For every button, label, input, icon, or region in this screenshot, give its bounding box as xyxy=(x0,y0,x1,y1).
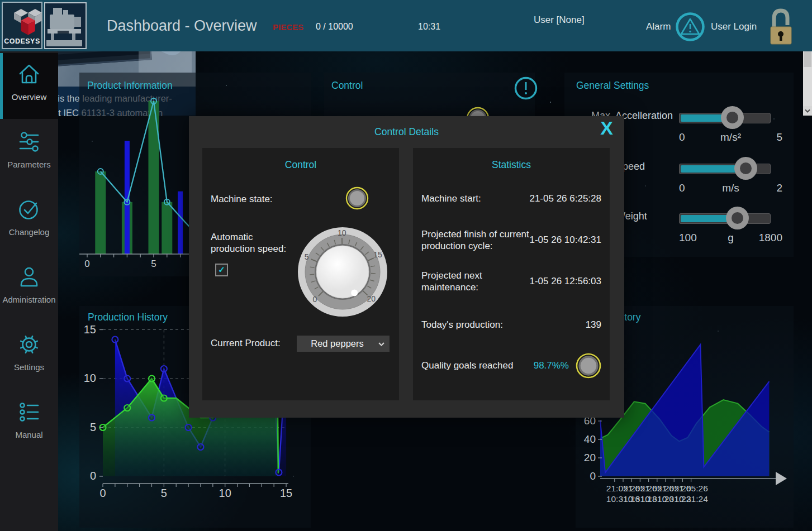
auto-speed-label-line2: production speed: xyxy=(211,243,286,255)
home-icon xyxy=(17,62,41,87)
svg-text:20: 20 xyxy=(367,294,376,303)
svg-text:5: 5 xyxy=(161,487,167,499)
sidebar-item-label: Administration xyxy=(0,295,58,304)
statistics-section: Statistics Machine start:21-05 26 6:25:2… xyxy=(413,148,610,400)
machine-icon xyxy=(45,3,86,48)
svg-text:0: 0 xyxy=(99,487,106,499)
dropdown-value: Red peppers xyxy=(297,338,378,349)
sidebar-item-administration[interactable]: Administration xyxy=(0,256,58,322)
machine-state-led xyxy=(345,186,369,211)
codesys-logo-text: CODESYS xyxy=(3,37,41,45)
sidebar-item-parameters[interactable]: Parameters xyxy=(0,121,58,186)
alarm-label: Alarm xyxy=(646,21,671,32)
svg-text:10:31:24: 10:31:24 xyxy=(674,494,708,504)
slider-thumb[interactable] xyxy=(726,207,749,229)
check-circle-icon xyxy=(17,197,41,222)
auto-speed-checkbox[interactable]: ✓ xyxy=(215,264,228,276)
section-title: Statistics xyxy=(413,159,610,171)
sidebar-item-manual[interactable]: Manual xyxy=(0,391,58,457)
scale-max: 2 xyxy=(776,182,782,194)
panel-title: General Settings xyxy=(576,80,649,92)
sidebar-item-label: Manual xyxy=(0,430,58,439)
stat-value: 139 xyxy=(540,319,601,331)
svg-text:10: 10 xyxy=(84,372,96,384)
stat-value: 1-05 26 12:56:03 xyxy=(529,276,601,287)
svg-text:5: 5 xyxy=(90,421,96,433)
dialog-title: Control Details xyxy=(189,126,624,138)
stat-label: Today's production: xyxy=(421,319,540,331)
control-details-dialog: Control Details X Control Machine state:… xyxy=(189,116,624,418)
sidebar-item-label: Parameters xyxy=(0,160,58,169)
alarm-warning-icon[interactable] xyxy=(675,12,705,42)
slider-track[interactable] xyxy=(679,213,771,224)
sidebar-nav: OverviewParametersChangelogAdministratio… xyxy=(0,51,58,531)
clock: 10:31 xyxy=(418,22,440,32)
svg-text:0: 0 xyxy=(590,470,596,482)
stat-label: Machine start: xyxy=(421,193,529,204)
section-title: Control xyxy=(202,159,399,171)
machine-thumbnail[interactable] xyxy=(44,2,87,49)
stat-label: Projected next maintenance: xyxy=(421,270,529,294)
svg-text:0: 0 xyxy=(90,470,96,482)
stat-row: Projected next maintenance:1-05 26 12:56… xyxy=(421,269,601,294)
slider-thumb[interactable] xyxy=(734,157,757,180)
svg-text:15: 15 xyxy=(373,250,382,259)
machine-state-label: Machine state: xyxy=(211,194,273,205)
speed-knob[interactable]: 05101520 xyxy=(295,224,390,319)
svg-text:5: 5 xyxy=(305,252,309,261)
chevron-down-icon xyxy=(378,342,385,347)
current-user: User [None] xyxy=(534,15,585,26)
sidebar-item-label: Settings xyxy=(0,362,58,372)
slider-thumb[interactable] xyxy=(721,106,744,129)
scale-max: 1800 xyxy=(759,232,782,244)
user-login-label[interactable]: User Login xyxy=(711,21,757,32)
stat-value: 21-05 26 6:25:28 xyxy=(529,193,601,204)
sidebar-item-label: Overview xyxy=(0,92,58,102)
padlock-icon[interactable] xyxy=(768,6,794,46)
control-section: Control Machine state: Automatic product… xyxy=(202,148,399,400)
svg-text:20: 20 xyxy=(584,452,596,463)
svg-text:15: 15 xyxy=(84,323,96,336)
header-bar: CODESYS Dashboard - Overview PIECES 0 / … xyxy=(0,0,812,51)
svg-text:5: 5 xyxy=(151,259,156,269)
quality-led xyxy=(576,353,601,379)
person-icon xyxy=(17,265,41,289)
sidebar-item-label: Changelog xyxy=(0,227,58,237)
codesys-logo: CODESYS xyxy=(2,2,42,49)
auto-speed-label-line1: Automatic xyxy=(211,232,253,243)
close-button[interactable]: X xyxy=(600,117,613,139)
pieces-label: PIECES xyxy=(273,22,303,32)
info-exclamation-icon[interactable] xyxy=(514,76,538,101)
scale-max: 5 xyxy=(776,131,782,143)
scale-unit: m/s xyxy=(679,182,782,194)
current-product-dropdown[interactable]: Red peppers xyxy=(297,336,390,352)
sliders-icon xyxy=(17,130,41,154)
stat-row: Today's production:139 xyxy=(421,318,601,332)
svg-text:10: 10 xyxy=(338,228,346,237)
stat-value: 1-05 26 10:42:31 xyxy=(529,235,601,246)
svg-text:15: 15 xyxy=(280,487,292,499)
panel-title: Control xyxy=(331,80,363,92)
sidebar-item-changelog[interactable]: Changelog xyxy=(0,188,58,254)
hmi-dashboard: CODESYS Dashboard - Overview PIECES 0 / … xyxy=(0,0,812,531)
svg-text:21:05:26: 21:05:26 xyxy=(674,484,707,493)
svg-text:10: 10 xyxy=(219,487,231,499)
page-title: Dashboard - Overview xyxy=(107,17,257,35)
svg-text:40: 40 xyxy=(584,433,596,445)
stat-label: Projected finish of current production c… xyxy=(421,228,529,252)
gear-icon xyxy=(17,332,41,357)
svg-text:0: 0 xyxy=(313,295,317,304)
stat-label: Quality goals reached xyxy=(421,360,534,371)
scale-unit: m/s² xyxy=(679,131,782,143)
codesys-cube-icon xyxy=(10,6,48,39)
current-product-label: Current Product: xyxy=(211,338,281,349)
svg-text:0: 0 xyxy=(84,259,89,269)
list-icon xyxy=(17,400,41,424)
stat-row: Projected finish of current production c… xyxy=(421,228,601,252)
sidebar-item-settings[interactable]: Settings xyxy=(0,323,58,389)
sidebar-item-overview[interactable]: Overview xyxy=(0,53,58,119)
stat-value: 98.7%% xyxy=(534,360,569,371)
stat-row: Machine start:21-05 26 6:25:28 xyxy=(421,192,601,205)
stat-row: Quality goals reached98.7%% xyxy=(421,353,601,378)
pieces-count: 0 / 10000 xyxy=(316,22,353,32)
